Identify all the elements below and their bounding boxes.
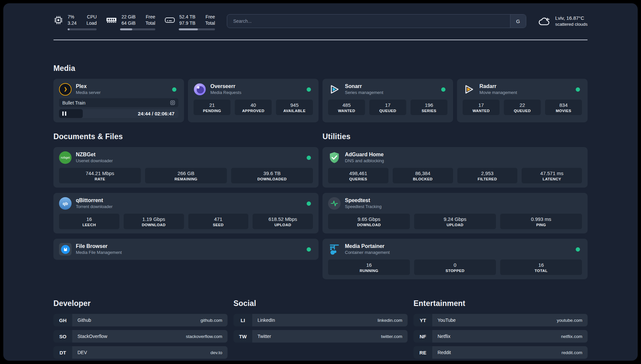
weather-widget: Lviv, 16.87°C scattered clouds (538, 15, 588, 28)
app-name: Radarr (479, 83, 571, 90)
app-card-speedtest[interactable]: Speedtest Speedtest Tracking 9.65 Gbps D… (322, 193, 588, 233)
search-engine-button[interactable]: G (510, 15, 526, 28)
bookmark-twitter[interactable]: TW Twitter twitter.com (233, 330, 408, 343)
bookmark-dev[interactable]: DT DEV dev.to (53, 346, 228, 359)
cpu-usage: 7% (68, 14, 76, 20)
app-card-filebrowser[interactable]: File Browser Media File Management (53, 239, 319, 260)
app-card-adguard[interactable]: AdGuard Home DNS and adblocking 498,461 … (322, 147, 588, 188)
header-divider (53, 40, 588, 40)
bookmark-reddit[interactable]: RE Reddit reddit.com (413, 346, 588, 359)
bookmark-netflix[interactable]: NF Netflix netflix.com (413, 330, 588, 343)
app-subtitle: Media server (76, 90, 168, 96)
app-name: Speedtest (345, 197, 582, 204)
app-card-plex[interactable]: Plex Media server Bullet Train 24:44 / 0… (53, 79, 184, 122)
bookmark-abbr: SO (53, 330, 72, 343)
bookmark-stackoverflow[interactable]: SO StackOverflow stackoverflow.com (53, 330, 228, 343)
app-card-sonarr[interactable]: Sonarr Series management 485 WANTED 17 Q… (322, 79, 453, 122)
documents-column: Documents & Files nzbget NZBGet Usenet d… (53, 132, 319, 279)
bookmark-github[interactable]: GH Github github.com (53, 314, 228, 326)
storage-progress-bar (179, 28, 215, 30)
bookmark-abbr: RE (413, 346, 432, 359)
bookmark-name: Netflix (438, 334, 450, 339)
storage-stat: 52.4 TB 97.9 TB Free Total (165, 14, 215, 30)
app-card-nzbget[interactable]: nzbget NZBGet Usenet downloader 744.21 M… (53, 147, 319, 188)
app-card-portainer[interactable]: Media Portainer Container management 16 … (322, 239, 588, 279)
app-subtitle: Container management (345, 250, 571, 256)
qbittorrent-icon: qb (59, 197, 72, 210)
bookmark-url: linkedin.com (378, 318, 402, 323)
app-name: qBittorrent (76, 197, 302, 204)
cpu-progress-bar (68, 28, 97, 30)
bookmark-abbr: YT (413, 314, 432, 326)
app-subtitle: Media Requests (210, 90, 302, 96)
ram-icon (106, 16, 117, 24)
playback-time: 24:44 / 02:06:47 (138, 111, 174, 116)
status-indicator (307, 87, 311, 92)
section-title-utilities: Utilities (322, 132, 588, 141)
section-title-social: Social (233, 299, 408, 308)
bookmark-linkedin[interactable]: LI LinkedIn linkedin.com (233, 314, 408, 326)
portainer-icon (328, 243, 341, 256)
stat-queued: 22 QUEUED (504, 100, 541, 115)
app-name: Plex (76, 83, 168, 90)
stat-remaining: 266 GB REMAINING (145, 168, 227, 183)
memory-stat: 22 GiB 64 GiB Free Total (106, 14, 155, 30)
section-title-documents: Documents & Files (53, 132, 319, 141)
app-name: Sonarr (345, 83, 437, 90)
bookmark-youtube[interactable]: YT YouTube youtube.com (413, 314, 588, 326)
media-cards: Plex Media server Bullet Train 24:44 / 0… (53, 79, 588, 122)
app-card-overseerr[interactable]: Overseerr Media Requests 21 PENDING 40 A… (188, 79, 319, 122)
memory-progress-bar (120, 28, 155, 30)
section-title-developer: Developer (53, 299, 228, 308)
stat-filtered: 2,953 FILTERED (457, 168, 518, 183)
status-indicator (576, 247, 580, 252)
dashboard: 7% 3.24 CPU Load (3, 3, 638, 361)
stat-movies: 834 MOVIES (545, 100, 582, 115)
app-subtitle: Movie management (479, 90, 571, 96)
memory-total: 64 GiB (121, 20, 136, 26)
app-name: Media Portainer (345, 243, 571, 250)
bookmark-abbr: TW (233, 330, 252, 343)
bookmark-name: Twitter (258, 334, 271, 339)
bookmark-abbr: DT (53, 346, 72, 359)
app-card-radarr[interactable]: Radarr Movie management 17 WANTED 22 QUE… (457, 79, 588, 122)
stat-wanted: 17 WANTED (463, 100, 500, 115)
memory-free: 22 GiB (121, 14, 136, 20)
app-card-qbittorrent[interactable]: qb qBittorrent Torrent downloader 16 LEE… (53, 193, 319, 233)
storage-label-2: Total (205, 20, 215, 26)
stat-stopped: 0 STOPPED (414, 259, 496, 275)
status-indicator (307, 247, 311, 252)
stat-total: 16 TOTAL (500, 259, 582, 275)
player-select-icon[interactable] (170, 100, 175, 105)
bookmark-name: LinkedIn (258, 318, 275, 323)
stat-rate: 744.21 Mbps RATE (59, 168, 141, 183)
app-subtitle: Series management (345, 90, 437, 96)
stat-series: 196 SERIES (411, 100, 447, 115)
now-playing-row: Bullet Train (59, 98, 178, 107)
pause-button[interactable] (62, 111, 66, 116)
filebrowser-icon (59, 243, 72, 256)
stat-leech: 16 LEECH (59, 214, 119, 229)
playback-progress: 24:44 / 02:06:47 (59, 109, 178, 118)
storage-label-1: Free (205, 14, 215, 20)
app-subtitle: Usenet downloader (76, 158, 302, 164)
app-subtitle: Media File Management (76, 250, 302, 256)
bookmark-url: reddit.com (562, 350, 582, 355)
stat-ping: 0.993 ms PING (500, 214, 582, 229)
stat-seed: 471 SEED (188, 214, 249, 229)
stat-running: 16 RUNNING (328, 259, 410, 275)
status-indicator (576, 87, 580, 92)
cpu-load: 3.24 (68, 20, 76, 26)
stat-approved: 40 APPROVED (235, 100, 272, 115)
cpu-icon (53, 15, 63, 25)
app-subtitle: Speedtest Tracking (345, 204, 582, 210)
bookmark-abbr: NF (413, 330, 432, 343)
bookmark-name: Reddit (438, 350, 451, 355)
app-name: Overseerr (210, 83, 302, 90)
app-subtitle: DNS and adblocking (345, 158, 582, 164)
weather-condition: scattered clouds (555, 21, 588, 28)
stat-queries: 498,461 QUERIES (328, 168, 388, 183)
search-input[interactable] (227, 15, 510, 28)
bookmark-name: StackOverflow (77, 334, 107, 339)
weather-location-temp: Lviv, 16.87°C (555, 15, 588, 21)
